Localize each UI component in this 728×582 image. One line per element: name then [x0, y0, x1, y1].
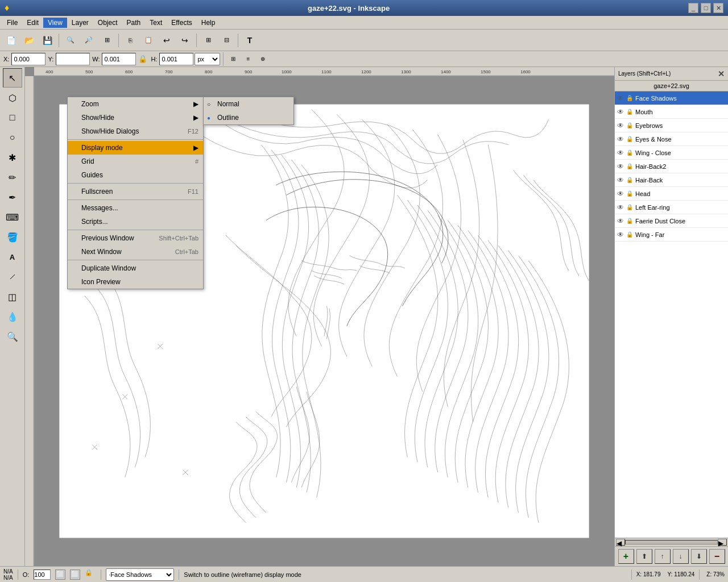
layer-down-button[interactable]: ↓ [673, 549, 689, 564]
menu-dup-window[interactable]: Duplicate Window [68, 261, 203, 275]
menu-view[interactable]: View [43, 18, 67, 28]
maximize-button[interactable]: □ [701, 3, 711, 13]
lock-icon-eyebrows[interactable]: 🔒 [626, 122, 633, 128]
select-tool[interactable]: ↖ [3, 68, 22, 88]
menu-help[interactable]: Help [197, 18, 220, 28]
zoom-out-button[interactable]: 🔎 [80, 32, 97, 49]
lock-icon-wing-close[interactable]: 🔒 [626, 149, 633, 156]
lock-icon-faerie-dust[interactable]: 🔒 [626, 218, 633, 224]
eye-icon-face-shadows[interactable]: 👁 [617, 94, 624, 102]
menu-next-window[interactable]: Next Window Ctrl+Tab [68, 245, 203, 259]
w-input[interactable] [102, 53, 136, 65]
menu-fullscreen[interactable]: Fullscreen F11 [68, 185, 203, 198]
layer-row-wing-close[interactable]: 👁 🔒 Wing - Close [615, 146, 728, 160]
lock-icon[interactable]: 🔒 [137, 55, 148, 63]
layer-up-button[interactable]: ↑ [655, 549, 671, 564]
layer-row-wing-far[interactable]: 👁 🔒 Wing - Far [615, 228, 728, 242]
star-tool[interactable]: ✱ [3, 148, 22, 167]
menu-effects[interactable]: Effects [167, 18, 196, 28]
menu-file[interactable]: File [2, 18, 22, 28]
eye-icon-hair-back[interactable]: 👁 [617, 176, 624, 184]
fill-tool[interactable]: 🪣 [3, 227, 22, 247]
menu-show-hide[interactable]: Show/Hide ▶ [68, 111, 203, 124]
zoom-fit-button[interactable]: ⊞ [98, 32, 115, 49]
transform-button[interactable]: ⊞ [226, 53, 240, 65]
menu-prev-window[interactable]: Previous Window Shift+Ctrl+Tab [68, 231, 203, 245]
undo-button[interactable]: ↩ [158, 32, 175, 49]
scroll-track[interactable] [625, 540, 718, 544]
lock-icon-hair-back2[interactable]: 🔒 [626, 163, 633, 169]
scroll-right-btn[interactable]: ▶ [718, 539, 727, 546]
rect-tool[interactable]: □ [3, 108, 22, 127]
menu-scripts[interactable]: Scripts... [68, 215, 203, 228]
redo-button[interactable]: ↪ [176, 32, 193, 49]
menu-layer[interactable]: Layer [67, 18, 93, 28]
delete-layer-button[interactable]: − [709, 549, 725, 564]
layer-to-bottom-button[interactable]: ⬇ [691, 549, 707, 564]
menu-object[interactable]: Object [93, 18, 122, 28]
menu-text[interactable]: Text [145, 18, 167, 28]
eye-icon-head[interactable]: 👁 [617, 190, 624, 198]
text-tool[interactable]: A [3, 247, 22, 267]
gradient-tool[interactable]: ◫ [3, 287, 22, 306]
connector-tool[interactable]: ⟋ [3, 267, 22, 286]
layer-row-eyes-nose[interactable]: 👁 🔒 Eyes & Nose [615, 132, 728, 146]
copy-button[interactable]: ⎘ [122, 32, 139, 49]
lock-icon-left-earring[interactable]: 🔒 [626, 204, 633, 210]
ellipse-tool[interactable]: ○ [3, 128, 22, 147]
eye-icon-left-earring[interactable]: 👁 [617, 203, 624, 211]
layer-row-hair-back2[interactable]: 👁 🔒 Hair-Back2 [615, 160, 728, 173]
h-input[interactable] [159, 53, 193, 65]
text-tool-button[interactable]: T [241, 32, 258, 49]
x-coord-input[interactable] [11, 53, 46, 65]
dropper-tool[interactable]: 💧 [3, 307, 22, 326]
lock-icon-face-shadows[interactable]: 🔒 [626, 95, 633, 101]
lock-icon-hair-back[interactable]: 🔒 [626, 177, 633, 183]
group-button[interactable]: ⊞ [200, 32, 217, 49]
eye-icon-eyes-nose[interactable]: 👁 [617, 135, 624, 143]
close-button[interactable]: ✕ [713, 3, 723, 13]
zoom-tool[interactable]: 🔍 [3, 327, 22, 346]
layer-row-hair-back[interactable]: 👁 🔒 Hair-Back [615, 173, 728, 187]
layers-close-button[interactable]: ✕ [718, 69, 725, 78]
eye-icon-hair-back2[interactable]: 👁 [617, 163, 624, 171]
display-outline[interactable]: ● Outline [204, 111, 293, 124]
display-normal[interactable]: ○ Normal [204, 97, 293, 111]
minimize-button[interactable]: _ [688, 3, 698, 13]
layer-row-left-earring[interactable]: 👁 🔒 Left Ear-ring [615, 201, 728, 214]
new-button[interactable]: 📄 [2, 32, 19, 49]
menu-icon-preview[interactable]: Icon Preview [68, 275, 203, 289]
ungroup-button[interactable]: ⊟ [218, 32, 235, 49]
zoom-in-button[interactable]: 🔍 [62, 32, 79, 49]
layer-row-eyebrows[interactable]: 👁 🔒 Eyebrows [615, 119, 728, 132]
opacity-input[interactable] [34, 569, 51, 580]
menu-display-mode[interactable]: Display mode ▶ [68, 141, 203, 155]
node-tool[interactable]: ⬡ [3, 88, 22, 107]
menu-path[interactable]: Path [122, 18, 146, 28]
layer-to-top-button[interactable]: ⬆ [636, 549, 652, 564]
menu-guides[interactable]: Guides [68, 168, 203, 182]
layer-row-faerie-dust[interactable]: 👁 🔒 Faerie Dust Close [615, 214, 728, 228]
eye-icon-wing-close[interactable]: 👁 [617, 149, 624, 157]
layer-row-mouth[interactable]: 👁 🔒 Mouth [615, 105, 728, 119]
unit-select[interactable]: pxmmin [195, 53, 220, 65]
lock-icon-wing-far[interactable]: 🔒 [626, 231, 633, 238]
layers-scrollbar[interactable]: ◀ ▶ [615, 538, 728, 547]
snap-button[interactable]: ⊕ [256, 53, 270, 65]
save-button[interactable]: 💾 [39, 32, 56, 49]
menu-zoom[interactable]: Zoom ▶ [68, 97, 203, 111]
lock-icon-mouth[interactable]: 🔒 [626, 109, 633, 115]
lock-icon-eyes-nose[interactable]: 🔒 [626, 136, 633, 142]
menu-show-hide-dialogs[interactable]: Show/Hide Dialogs F12 [68, 124, 203, 138]
add-layer-button[interactable]: + [618, 549, 634, 564]
scroll-left-btn[interactable]: ◀ [616, 539, 625, 546]
menu-grid[interactable]: Grid # [68, 155, 203, 168]
layer-row-head[interactable]: 👁 🔒 Head [615, 187, 728, 201]
y-coord-input[interactable] [56, 53, 90, 65]
layer-row-face-shadows[interactable]: 👁 🔒 Face Shadows [615, 92, 728, 105]
menu-messages[interactable]: Messages... [68, 201, 203, 215]
eye-icon-faerie-dust[interactable]: 👁 [617, 217, 624, 225]
calligraphy-tool[interactable]: ⌨ [3, 207, 22, 227]
align-button[interactable]: ≡ [241, 53, 255, 65]
open-button[interactable]: 📂 [20, 32, 38, 49]
